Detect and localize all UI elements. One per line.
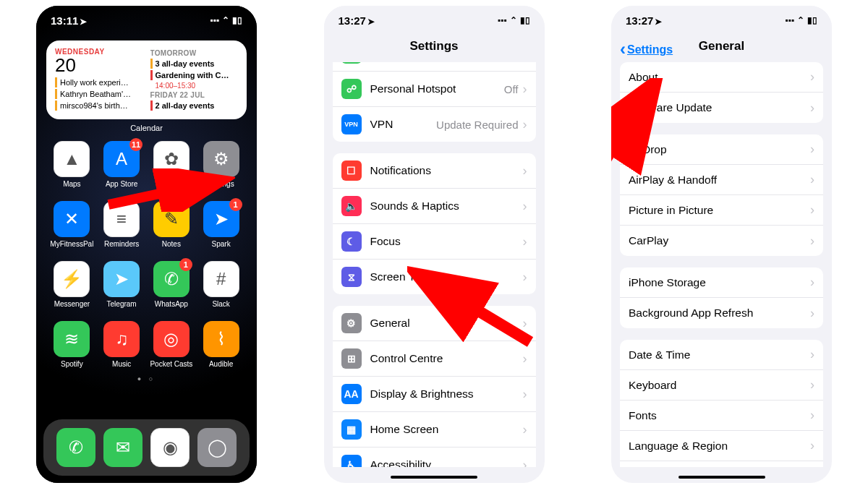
row-carplay[interactable]: CarPlay› bbox=[620, 226, 823, 256]
row-about[interactable]: About› bbox=[620, 62, 823, 93]
row-label: General bbox=[370, 317, 523, 330]
chevron-icon: › bbox=[523, 117, 527, 132]
app-music[interactable]: ♫Music bbox=[99, 321, 145, 368]
settings-screen: 13:27➤ ▪▪▪ ⌃ ▮▯ Settings ▮Mobile Data›☍P… bbox=[324, 6, 545, 483]
row-icon: 🔈 bbox=[341, 196, 362, 216]
dock-chrome[interactable]: ◉ bbox=[150, 428, 190, 467]
app-spark[interactable]: ➤1Spark bbox=[198, 201, 244, 248]
chevron-icon: › bbox=[810, 275, 814, 290]
home-indicator[interactable] bbox=[391, 476, 477, 479]
app-slack[interactable]: #Slack bbox=[198, 261, 244, 308]
app-pocket-casts[interactable]: ◎Pocket Casts bbox=[149, 321, 195, 368]
app-reminders[interactable]: ≡Reminders bbox=[99, 201, 145, 248]
app-app-store[interactable]: A11App Store bbox=[99, 141, 145, 188]
general-list[interactable]: About›Software Update›AirDrop›AirPlay & … bbox=[611, 62, 832, 467]
app-notes[interactable]: ✎Notes bbox=[149, 201, 195, 248]
app-myfitnesspal[interactable]: ✕MyFitnessPal bbox=[49, 201, 95, 248]
chevron-icon: › bbox=[810, 347, 814, 362]
chevron-icon: › bbox=[810, 377, 814, 393]
app-icon: ◎ bbox=[153, 321, 190, 357]
app-settings[interactable]: ⚙Settings bbox=[198, 141, 244, 188]
row-background-app-refresh[interactable]: Background App Refresh› bbox=[620, 298, 823, 328]
app-icon: ⌇ bbox=[203, 321, 239, 357]
app-label: Spark bbox=[212, 240, 231, 248]
app-icon: ✎ bbox=[153, 201, 190, 237]
row-sounds-haptics[interactable]: 🔈Sounds & Haptics› bbox=[333, 189, 536, 224]
row-date-time[interactable]: Date & Time› bbox=[620, 340, 823, 370]
chevron-icon: › bbox=[810, 69, 814, 85]
app-label: App Store bbox=[106, 180, 137, 188]
app-label: Photos bbox=[160, 180, 182, 188]
row-icon: ▦ bbox=[341, 419, 362, 440]
row-keyboard[interactable]: Keyboard› bbox=[620, 370, 823, 401]
app-label: WhatsApp bbox=[155, 300, 188, 308]
dock: ✆✉◉◯ bbox=[43, 419, 250, 476]
app-label: Telegram bbox=[107, 300, 137, 308]
row-icon: ☾ bbox=[341, 231, 362, 252]
row-label: Date & Time bbox=[629, 348, 810, 361]
app-photos[interactable]: ✿Photos bbox=[149, 141, 195, 188]
app-label: Pocket Casts bbox=[150, 360, 192, 368]
row-accessibility[interactable]: ♿︎Accessibility› bbox=[333, 448, 536, 467]
row-focus[interactable]: ☾Focus› bbox=[333, 224, 536, 260]
app-label: Slack bbox=[212, 300, 229, 308]
row-vpn[interactable]: VPNVPNUpdate Required› bbox=[333, 107, 536, 142]
page-dots[interactable]: ● ○ bbox=[36, 375, 257, 382]
row-fonts[interactable]: Fonts› bbox=[620, 401, 823, 431]
chevron-icon: › bbox=[810, 172, 814, 187]
app-maps[interactable]: ▲Maps bbox=[49, 141, 95, 188]
app-icon: ▲ bbox=[54, 141, 90, 177]
row-airplay-handoff[interactable]: AirPlay & Handoff› bbox=[620, 165, 823, 195]
row-iphone-storage[interactable]: iPhone Storage› bbox=[620, 267, 823, 298]
row-label: iPhone Storage bbox=[629, 276, 810, 289]
battery-icon: ▮▯ bbox=[807, 15, 817, 25]
row-label: Background App Refresh bbox=[629, 307, 810, 320]
nav-title: Settings bbox=[324, 35, 545, 62]
row-general[interactable]: ⚙General› bbox=[333, 306, 536, 341]
status-bar: 13:27➤ ▪▪▪ ⌃ ▮▯ bbox=[611, 6, 832, 35]
row-label: Control Centre bbox=[370, 352, 523, 365]
row-software-update[interactable]: Software Update› bbox=[620, 93, 823, 123]
chevron-icon: › bbox=[523, 163, 527, 179]
row-home-screen[interactable]: ▦Home Screen› bbox=[333, 412, 536, 448]
row-dictionary[interactable]: Dictionary› bbox=[620, 461, 823, 467]
row-personal-hotspot[interactable]: ☍Personal HotspotOff› bbox=[333, 72, 536, 107]
row-notifications[interactable]: ☐Notifications› bbox=[333, 153, 536, 189]
app-whatsapp[interactable]: ✆1WhatsApp bbox=[149, 261, 195, 308]
settings-list[interactable]: ▮Mobile Data›☍Personal HotspotOff›VPNVPN… bbox=[324, 62, 545, 467]
wifi-icon: ⌃ bbox=[510, 15, 517, 25]
app-telegram[interactable]: ➤Telegram bbox=[99, 261, 145, 308]
home-screen: 13:11➤ ▪▪▪ ⌃ ▮▯ WEDNESDAY 20 Holly work … bbox=[36, 6, 257, 483]
row-icon: ▮ bbox=[341, 62, 362, 64]
badge: 1 bbox=[229, 198, 242, 211]
home-indicator[interactable] bbox=[678, 476, 765, 479]
app-icon: ✆1 bbox=[153, 261, 190, 297]
row-mobile-data[interactable]: ▮Mobile Data› bbox=[333, 62, 536, 72]
app-audible[interactable]: ⌇Audible bbox=[198, 321, 244, 368]
app-label: Settings bbox=[208, 180, 234, 188]
app-icon: ✿ bbox=[153, 141, 190, 177]
row-language-region[interactable]: Language & Region› bbox=[620, 431, 823, 461]
row-screen-time[interactable]: ⧖Screen Time› bbox=[333, 260, 536, 294]
app-label: Reminders bbox=[104, 240, 139, 248]
badge: 11 bbox=[129, 138, 142, 151]
dock-messages[interactable]: ✉ bbox=[103, 428, 142, 467]
row-airdrop[interactable]: AirDrop› bbox=[620, 134, 823, 165]
calendar-widget[interactable]: WEDNESDAY 20 Holly work experi…Kathryn B… bbox=[46, 40, 247, 119]
row-label: AirPlay & Handoff bbox=[629, 174, 810, 187]
location-icon: ➤ bbox=[367, 17, 375, 27]
row-display-brightness[interactable]: AADisplay & Brightness› bbox=[333, 377, 536, 412]
dock-phone[interactable]: ✆ bbox=[56, 428, 95, 467]
app-label: Notes bbox=[162, 240, 181, 248]
chevron-icon: › bbox=[523, 387, 527, 402]
app-spotify[interactable]: ≋Spotify bbox=[49, 321, 95, 368]
app-messenger[interactable]: ⚡Messenger bbox=[49, 261, 95, 308]
row-control-centre[interactable]: ⊞Control Centre› bbox=[333, 341, 536, 377]
back-button[interactable]: Settings bbox=[620, 39, 673, 59]
chevron-icon: › bbox=[810, 438, 814, 453]
row-picture-in-picture[interactable]: Picture in Picture› bbox=[620, 195, 823, 226]
dock-camera[interactable]: ◯ bbox=[197, 428, 237, 467]
app-icon: # bbox=[203, 261, 239, 297]
wifi-icon: ⌃ bbox=[222, 15, 229, 25]
row-label: AirDrop bbox=[629, 143, 810, 156]
